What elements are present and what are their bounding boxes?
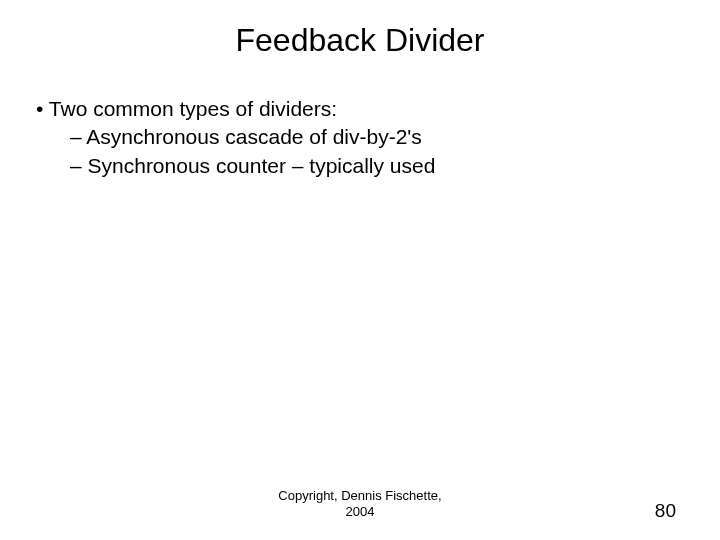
- page-number: 80: [655, 500, 676, 522]
- sub-bullet-list: Asynchronous cascade of div-by-2's Synch…: [36, 123, 684, 180]
- sub-bullet-item: Synchronous counter – typically used: [70, 152, 684, 180]
- copyright-notice: Copyright, Dennis Fischette, 2004: [230, 488, 490, 521]
- sub-bullet-text: Asynchronous cascade of div-by-2's: [86, 125, 422, 148]
- copyright-line: 2004: [346, 504, 375, 519]
- bullet-text: Two common types of dividers:: [49, 97, 337, 120]
- bullet-list: Two common types of dividers: Asynchrono…: [36, 95, 684, 180]
- slide-title: Feedback Divider: [0, 0, 720, 59]
- slide: Feedback Divider Two common types of div…: [0, 0, 720, 540]
- slide-content: Two common types of dividers: Asynchrono…: [0, 59, 720, 180]
- slide-footer: Copyright, Dennis Fischette, 2004 80: [0, 488, 720, 528]
- sub-bullet-text: Synchronous counter – typically used: [88, 154, 436, 177]
- bullet-item: Two common types of dividers: Asynchrono…: [36, 95, 684, 180]
- sub-bullet-item: Asynchronous cascade of div-by-2's: [70, 123, 684, 151]
- copyright-line: Copyright, Dennis Fischette,: [278, 488, 441, 503]
